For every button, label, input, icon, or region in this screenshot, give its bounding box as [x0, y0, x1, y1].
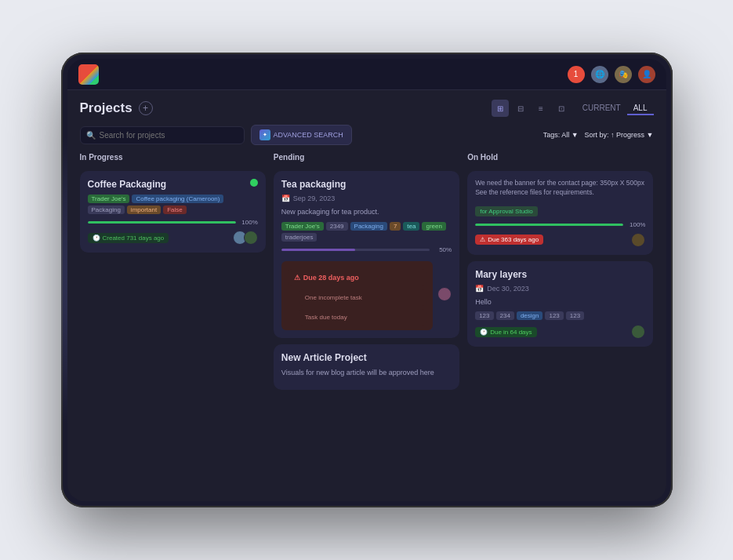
tag-important[interactable]: important	[127, 205, 161, 214]
banner-due: ⚠ Due 363 days ago	[475, 235, 543, 245]
clock-icon: 🕐	[93, 235, 100, 242]
main-content: Projects + ⊞ ⊟ ≡ ⊡ CURRENT ALL	[67, 90, 666, 501]
mary-avatars	[631, 325, 645, 339]
grid-view-button[interactable]: ⊞	[492, 100, 509, 117]
expand-view-button[interactable]: ⊡	[553, 100, 570, 117]
app-logo	[78, 64, 99, 85]
tag-tea-7[interactable]: 7	[390, 222, 401, 231]
tag-mary-3[interactable]: 123	[545, 311, 563, 320]
tea-progress-row: 50%	[281, 246, 452, 253]
tag-false[interactable]: False	[163, 205, 187, 214]
avatar-2	[244, 231, 258, 245]
tag-tea-tea[interactable]: tea	[403, 222, 419, 231]
card-title-article: New Article Project	[281, 352, 452, 363]
tab-current[interactable]: CURRENT	[576, 102, 627, 115]
card-title-coffee: Coffee Packaging	[88, 179, 258, 190]
mary-desc: Hello	[475, 297, 645, 307]
avatar-banner	[631, 233, 645, 247]
tag-tea-green[interactable]: green	[422, 222, 445, 231]
tea-footer: ⚠ Due 28 days ago One incomplete task Ta…	[281, 258, 452, 330]
column-header-on-hold: On Hold	[467, 153, 653, 165]
tag-mary-4[interactable]: 123	[566, 311, 584, 320]
calendar-icon: 📅	[281, 195, 290, 202]
coffee-footer: 🕐 Created 731 days ago	[88, 231, 258, 245]
coffee-progress-row: 100%	[88, 219, 258, 226]
banner-progress-row: 100%	[475, 221, 645, 228]
notification-icon[interactable]: 1	[568, 66, 585, 83]
card-coffee-packaging: Coffee Packaging Trader Joe's Coffee pac…	[80, 171, 266, 253]
view-mode-switcher: ⊞ ⊟ ≡ ⊡	[492, 100, 570, 117]
created-label: 🕐 Created 731 days ago	[88, 233, 169, 243]
tag-tea-packaging[interactable]: Packaging	[350, 222, 387, 231]
topbar: 1 🌐 🎭 👤	[67, 59, 666, 90]
status-dot-active	[250, 179, 258, 187]
tag-mary-1[interactable]: 123	[475, 311, 493, 320]
avatar-tea	[437, 287, 452, 301]
column-pending: Pending Tea packaging 📅 Sep 29, 2023 New…	[274, 153, 459, 484]
search-input[interactable]	[80, 126, 245, 144]
tea-progress-label: 50%	[433, 246, 452, 253]
tags-filter[interactable]: Tags: All ▼	[543, 131, 579, 139]
banner-progress-label: 100%	[626, 221, 645, 228]
warning-icon: ⚠	[294, 274, 300, 282]
tab-all[interactable]: ALL	[627, 102, 654, 115]
tea-warning1: One incomplete task	[299, 289, 426, 306]
search-row: 🔍 ✦ ADVANCED SEARCH Tags: All ▼ Sort by:…	[80, 125, 654, 145]
column-header-pending: Pending	[274, 153, 459, 165]
tag-trader-joes[interactable]: Trader Joe's	[88, 195, 130, 203]
tag-tea-2349[interactable]: 2349	[326, 222, 348, 231]
ai-icon: ✦	[259, 129, 270, 140]
tea-desc: New packaging for tea product.	[281, 207, 452, 217]
tea-progress-bar	[281, 249, 430, 251]
page-title: Projects	[80, 100, 132, 116]
tea-date: 📅 Sep 29, 2023	[281, 195, 452, 202]
table-view-button[interactable]: ⊟	[512, 100, 529, 117]
search-wrapper: 🔍	[80, 126, 245, 144]
column-in-progress: In Progress Coffee Packaging Trader Joe'…	[80, 153, 266, 484]
sort-filter[interactable]: Sort by: ↑ Progress ▼	[585, 131, 654, 139]
coffee-tags: Trader Joe's Coffee packaging (Cameroon)…	[88, 195, 258, 214]
topbar-icons: 1 🌐 🎭 👤	[568, 66, 655, 83]
card-mary-layers: Mary layers 📅 Dec 30, 2023 Hello 123 234…	[467, 261, 653, 347]
list-view-button[interactable]: ≡	[532, 100, 550, 117]
card-banner: We need the banner for the contact page:…	[467, 171, 653, 255]
add-project-button[interactable]: +	[139, 101, 153, 115]
filter-right: Tags: All ▼ Sort by: ↑ Progress ▼	[543, 131, 654, 139]
card-new-article: New Article Project Visuals for new blog…	[274, 344, 459, 391]
advanced-search-button[interactable]: ✦ ADVANCED SEARCH	[251, 125, 352, 145]
banner-footer: ⚠ Due 363 days ago	[475, 233, 645, 247]
mary-date: 📅 Dec 30, 2023	[475, 285, 645, 293]
tag-mary-2[interactable]: 234	[496, 311, 514, 320]
banner-progress-fill	[475, 224, 623, 226]
approval-tag[interactable]: for Approval Studio	[475, 206, 538, 216]
tag-coffee-packaging[interactable]: Coffee packaging (Cameroon)	[132, 195, 223, 203]
card-tea-packaging: Tea packaging 📅 Sep 29, 2023 New packagi…	[274, 171, 459, 338]
banner-progress-bar	[475, 224, 623, 226]
coffee-progress-label: 100%	[239, 219, 258, 226]
user-avatar-2[interactable]: 🎭	[615, 66, 632, 83]
tea-progress-fill	[281, 249, 356, 251]
mary-due: 🕐 Due in 64 days	[475, 327, 536, 337]
calendar-icon-mary: 📅	[475, 285, 484, 293]
card-title-tea: Tea packaging	[281, 179, 452, 190]
avatar-mary	[631, 325, 645, 339]
tag-mary-design[interactable]: design	[517, 311, 543, 320]
mary-footer: 🕐 Due in 64 days	[475, 325, 645, 339]
user-avatar-3[interactable]: 👤	[638, 66, 655, 83]
mary-tags: 123 234 design 123 123	[475, 311, 645, 320]
tea-avatars	[437, 287, 452, 301]
user-avatar-1[interactable]: 🌐	[591, 66, 608, 83]
tea-due-warning: ⚠ Due 28 days ago One incomplete task Ta…	[281, 261, 433, 330]
header-right: ⊞ ⊟ ≡ ⊡ CURRENT ALL	[492, 100, 654, 117]
card-title-mary: Mary layers	[475, 269, 645, 280]
coffee-avatars	[233, 231, 258, 245]
screen: 1 🌐 🎭 👤 Projects + ⊞ ⊟ ≡ ⊡	[67, 59, 666, 501]
tag-traderjoes[interactable]: traderjoes	[281, 233, 318, 242]
banner-avatars	[631, 233, 645, 247]
search-icon: 🔍	[86, 131, 96, 140]
tag-tea-traderjoes[interactable]: Trader Joe's	[281, 222, 324, 231]
tag-packaging[interactable]: Packaging	[88, 205, 125, 214]
article-desc: Visuals for new blog article will be app…	[281, 368, 452, 378]
tea-due-title: ⚠ Due 28 days ago	[288, 269, 426, 286]
projects-header: Projects + ⊞ ⊟ ≡ ⊡ CURRENT ALL	[80, 100, 654, 117]
